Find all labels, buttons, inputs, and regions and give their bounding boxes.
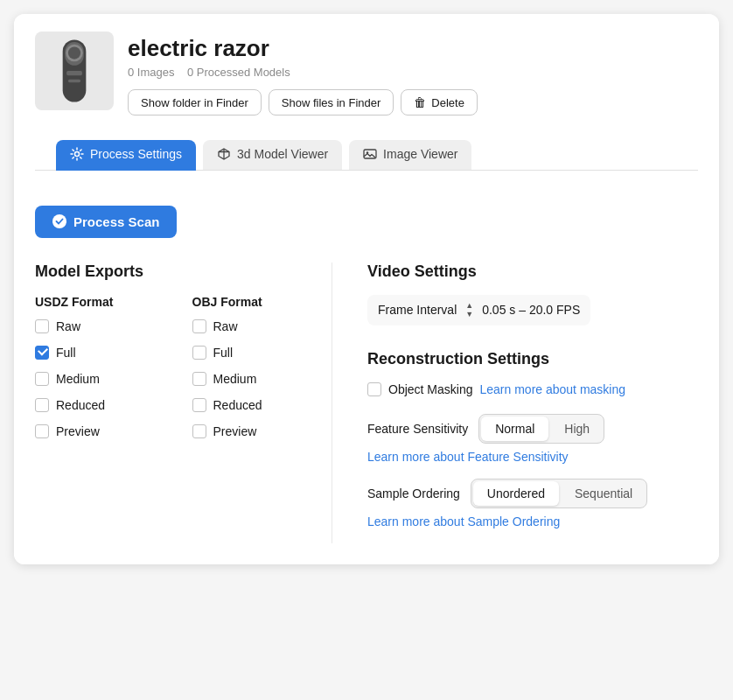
feature-sensitivity-row: Feature Sensitivity Normal High Learn mo… (367, 414, 698, 465)
process-scan-label: Process Scan (73, 214, 159, 229)
obj-full-label[interactable]: Full (213, 346, 234, 360)
obj-raw-label[interactable]: Raw (213, 319, 238, 333)
export-formats: USDZ Format Raw Full Medium (35, 295, 297, 451)
obj-reduced-row: Reduced (192, 398, 297, 412)
usdz-format-label: USDZ Format (35, 295, 140, 309)
header-actions: Show folder in Finder Show files in Find… (128, 89, 698, 116)
tab-image-viewer[interactable]: Image Viewer (349, 140, 471, 171)
svg-point-3 (68, 46, 80, 59)
obj-raw-row: Raw (192, 319, 297, 333)
usdz-medium-row: Medium (35, 372, 140, 386)
usdz-reduced-checkbox[interactable] (35, 398, 49, 412)
usdz-full-checkbox[interactable] (35, 346, 49, 360)
reconstruction-settings: Reconstruction Settings Object Masking L… (367, 350, 698, 529)
tab-3d-model-viewer[interactable]: 3d Model Viewer (203, 140, 342, 171)
feature-normal-button[interactable]: Normal (481, 416, 548, 441)
sample-unordered-button[interactable]: Unordered (473, 481, 559, 506)
obj-medium-row: Medium (192, 372, 297, 386)
obj-preview-row: Preview (192, 424, 297, 438)
left-column: Model Exports USDZ Format Raw Full (35, 262, 332, 543)
feature-sensitivity-control: Normal High (478, 414, 604, 444)
main-content: Process Scan Model Exports USDZ Format R… (14, 185, 719, 564)
obj-preview-checkbox[interactable] (192, 424, 206, 438)
content-columns: Model Exports USDZ Format Raw Full (35, 262, 698, 543)
settings-icon (70, 147, 84, 161)
show-files-button[interactable]: Show files in Finder (269, 89, 394, 116)
usdz-reduced-label[interactable]: Reduced (56, 398, 105, 412)
sample-ordering-row: Sample Ordering Unordered Sequential Lea… (367, 479, 698, 529)
header: electric razor 0 Images 0 Processed Mode… (14, 14, 719, 185)
object-masking-checkbox[interactable] (367, 382, 381, 396)
usdz-preview-label[interactable]: Preview (56, 424, 100, 438)
spinner-up-button[interactable]: ▲ (465, 302, 473, 310)
obj-preview-label[interactable]: Preview (213, 424, 257, 438)
images-count: 0 Images (128, 66, 174, 79)
product-thumbnail (35, 32, 114, 110)
show-folder-button[interactable]: Show folder in Finder (128, 89, 262, 116)
sample-sequential-button[interactable]: Sequential (561, 480, 646, 508)
video-settings-title: Video Settings (367, 262, 698, 281)
usdz-raw-checkbox[interactable] (35, 319, 49, 333)
header-top: electric razor 0 Images 0 Processed Mode… (35, 32, 698, 116)
tab-process-settings-label: Process Settings (90, 147, 182, 161)
check-svg (55, 217, 64, 226)
obj-full-row: Full (192, 346, 297, 360)
masking-learn-more-link[interactable]: Learn more about masking (479, 382, 625, 396)
usdz-preview-checkbox[interactable] (35, 424, 49, 438)
image-icon (363, 147, 377, 161)
tab-3d-label: 3d Model Viewer (237, 147, 328, 161)
usdz-raw-row: Raw (35, 319, 140, 333)
usdz-reduced-row: Reduced (35, 398, 140, 412)
usdz-full-label[interactable]: Full (56, 346, 76, 360)
sample-ordering-label: Sample Ordering (367, 486, 460, 500)
masking-label[interactable]: Object Masking (388, 382, 472, 396)
obj-format-label: OBJ Format (192, 295, 297, 309)
video-settings: Video Settings Frame Interval ▲ ▼ 0.05 s… (367, 262, 698, 326)
spinner-control[interactable]: ▲ ▼ (465, 302, 473, 318)
obj-reduced-label[interactable]: Reduced (213, 398, 262, 412)
project-title: electric razor (128, 35, 698, 62)
usdz-medium-label[interactable]: Medium (56, 372, 100, 386)
usdz-raw-label[interactable]: Raw (56, 319, 80, 333)
obj-format-group: OBJ Format Raw Full Medium (192, 295, 297, 451)
sample-ordering-control: Unordered Sequential (471, 479, 647, 508)
model-exports-title: Model Exports (35, 262, 297, 281)
feature-high-button[interactable]: High (550, 415, 604, 443)
process-scan-button[interactable]: Process Scan (35, 206, 177, 238)
cube-icon (217, 147, 231, 161)
feature-sensitivity-top: Feature Sensitivity Normal High (367, 414, 698, 444)
obj-medium-checkbox[interactable] (192, 372, 206, 386)
feature-sensitivity-learn-more-link[interactable]: Learn more about Feature Sensitivity (367, 450, 569, 464)
usdz-format-group: USDZ Format Raw Full Medium (35, 295, 140, 451)
sample-ordering-learn-more-link[interactable]: Learn more about Sample Ordering (367, 514, 560, 528)
trash-icon: 🗑 (414, 95, 426, 109)
svg-rect-5 (68, 80, 80, 83)
tab-image-label: Image Viewer (383, 147, 457, 161)
obj-raw-checkbox[interactable] (192, 319, 206, 333)
frame-interval-row: Frame Interval ▲ ▼ 0.05 s – 20.0 FPS (367, 295, 590, 326)
delete-button[interactable]: 🗑 Delete (401, 89, 478, 116)
obj-medium-label[interactable]: Medium (213, 372, 257, 386)
project-meta: 0 Images 0 Processed Models (128, 66, 698, 79)
frame-interval-value: 0.05 s – 20.0 FPS (482, 303, 580, 317)
models-count: 0 Processed Models (187, 66, 290, 79)
checkmark-icon (52, 214, 66, 228)
right-column: Video Settings Frame Interval ▲ ▼ 0.05 s… (332, 262, 698, 543)
usdz-preview-row: Preview (35, 424, 140, 438)
svg-rect-4 (66, 71, 82, 75)
spinner-down-button[interactable]: ▼ (465, 311, 473, 318)
header-info: electric razor 0 Images 0 Processed Mode… (128, 32, 698, 116)
reconstruction-title: Reconstruction Settings (367, 350, 698, 368)
feature-sensitivity-label: Feature Sensitivity (367, 422, 468, 436)
masking-row: Object Masking Learn more about masking (367, 382, 698, 396)
usdz-full-row: Full (35, 346, 140, 360)
tab-process-settings[interactable]: Process Settings (56, 140, 196, 171)
usdz-medium-checkbox[interactable] (35, 372, 49, 386)
obj-full-checkbox[interactable] (192, 346, 206, 360)
svg-point-6 (75, 152, 80, 157)
sample-ordering-top: Sample Ordering Unordered Sequential (367, 479, 698, 508)
tab-navigation: Process Settings 3d Model Viewer Image V… (35, 130, 698, 171)
obj-reduced-checkbox[interactable] (192, 398, 206, 412)
frame-interval-label: Frame Interval (378, 303, 457, 317)
app-container: electric razor 0 Images 0 Processed Mode… (14, 14, 719, 564)
